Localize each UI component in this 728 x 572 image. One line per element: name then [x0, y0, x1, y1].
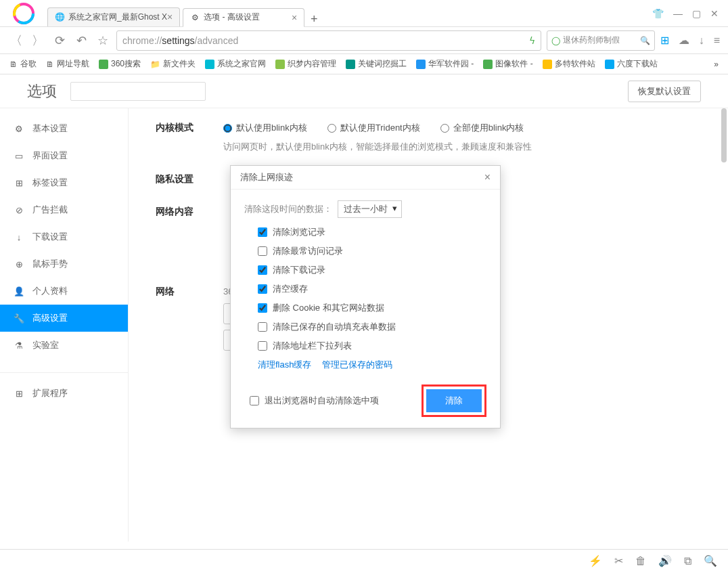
clear-option-3[interactable]: 清空缓存: [258, 283, 486, 295]
search-hint: 退休药剂师制假: [563, 35, 620, 46]
clear-option-0[interactable]: 清除浏览记录: [258, 226, 486, 238]
bookmark-item[interactable]: 多特软件站: [543, 58, 595, 70]
close-tab-icon[interactable]: ×: [292, 12, 297, 23]
user-icon: 👤: [14, 286, 24, 296]
bookmark-item[interactable]: 织梦内容管理: [275, 58, 336, 70]
sidebar-item-extensions[interactable]: ⊞扩展程序: [0, 380, 128, 407]
sidebar-item-basic[interactable]: ⚙基本设置: [0, 115, 128, 142]
bookmark-item[interactable]: 华军软件园 -: [416, 58, 474, 70]
window-icon: ▭: [14, 151, 24, 161]
zoom-icon[interactable]: 🔍: [704, 554, 717, 567]
site-icon: [346, 60, 355, 69]
minimize-icon[interactable]: —: [673, 8, 683, 19]
clear-option-label: 清除已保存的自动填充表单数据: [273, 321, 396, 333]
clear-button[interactable]: 清除: [426, 389, 482, 412]
gear-icon: ⚙: [14, 124, 24, 134]
tabs-icon: ⊞: [14, 178, 24, 188]
star-icon[interactable]: ☆: [95, 32, 111, 49]
section-kernel-title: 内核模式: [156, 122, 223, 153]
scissors-icon[interactable]: ✂: [614, 554, 623, 567]
close-window-icon[interactable]: ✕: [710, 8, 719, 19]
folder-icon: 📁: [150, 60, 160, 69]
menu-icon[interactable]: ≡: [714, 35, 720, 47]
sidebar-item-label: 实验室: [32, 339, 59, 351]
bookmark-item[interactable]: 🗎网址导航: [46, 58, 89, 70]
clear-option-label: 清除最常访问记录: [273, 245, 343, 257]
sidebar-item-label: 广告拦截: [32, 204, 68, 216]
trash-icon[interactable]: 🗑: [635, 555, 646, 567]
clear-browsing-dialog: 清除上网痕迹 × 清除这段时间的数据： 过去一小时 清除浏览记录清除最常访问记录…: [230, 165, 501, 428]
wardrobe-icon[interactable]: 👕: [652, 8, 664, 19]
maximize-icon[interactable]: ▢: [692, 8, 701, 19]
forward-button[interactable]: 〉: [30, 32, 46, 49]
clear-option-label: 删除 Cookie 和其它网站数据: [273, 302, 384, 314]
status-bar: ⚡ ✂ 🗑 🔊 ⧉ 🔍: [0, 549, 728, 572]
clear-on-exit-checkbox[interactable]: 退出浏览器时自动清除选中项: [250, 395, 379, 407]
clear-flash-link[interactable]: 清理flash缓存: [258, 359, 311, 370]
sidebar-item-adblock[interactable]: ⊘广告拦截: [0, 196, 128, 223]
browser-logo: [7, 1, 41, 26]
dialog-title: 清除上网痕迹: [240, 171, 293, 183]
sidebar-item-mouse[interactable]: ⊕鼠标手势: [0, 250, 128, 278]
sound-icon[interactable]: 🔊: [658, 554, 672, 567]
bookmarks-overflow[interactable]: »: [714, 60, 719, 69]
site-icon: [416, 60, 426, 69]
browser-tab-0[interactable]: 🌐 系统之家官网_最新Ghost X ×: [47, 7, 180, 26]
download-icon[interactable]: ↓: [699, 35, 704, 47]
scrollbar-thumb[interactable]: [721, 108, 727, 162]
restore-defaults-button[interactable]: 恢复默认设置: [628, 81, 701, 102]
search-box[interactable]: ◯ 退休药剂师制假 🔍: [547, 30, 655, 51]
sidebar-item-download[interactable]: ↓下载设置: [0, 223, 128, 250]
block-icon: ⊘: [14, 205, 24, 215]
bookmark-item[interactable]: 📁新文件夹: [150, 58, 196, 70]
dialog-close-icon[interactable]: ×: [484, 171, 491, 183]
url-path: /advanced: [195, 35, 239, 46]
bookmarks-bar: 🗎谷歌 🗎网址导航 360搜索 📁新文件夹 系统之家官网 织梦内容管理 关键词挖…: [0, 54, 728, 74]
settings-sidebar: ⚙基本设置 ▭界面设置 ⊞标签设置 ⊘广告拦截 ↓下载设置 ⊕鼠标手势 👤个人资…: [0, 108, 129, 542]
bookmark-item[interactable]: 🗎谷歌: [9, 58, 37, 70]
browser-tab-1[interactable]: ⚙ 选项 - 高级设置 ×: [183, 8, 304, 27]
new-tab-button[interactable]: +: [307, 12, 321, 26]
sidebar-item-label: 下载设置: [32, 231, 68, 243]
restore-icon[interactable]: ⧉: [684, 555, 691, 567]
section-webcontent-title: 网络内容: [156, 206, 223, 245]
section-privacy-title: 隐私设置: [156, 173, 223, 185]
clear-option-6[interactable]: 清除地址栏下拉列表: [258, 340, 486, 352]
bookmark-item[interactable]: 关键词挖掘工: [346, 58, 407, 70]
url-host: settings: [162, 35, 194, 46]
manage-passwords-link[interactable]: 管理已保存的密码: [322, 359, 392, 370]
download-icon: ↓: [14, 232, 24, 242]
time-range-select[interactable]: 过去一小时: [338, 200, 402, 218]
close-tab-icon[interactable]: ×: [167, 12, 173, 22]
back-button[interactable]: 〈: [8, 32, 24, 49]
sidebar-item-label: 高级设置: [32, 312, 68, 324]
kernel-radio-all-blink[interactable]: 全部使用blink内核: [440, 122, 524, 134]
clear-option-4[interactable]: 删除 Cookie 和其它网站数据: [258, 302, 486, 314]
clear-option-5[interactable]: 清除已保存的自动填充表单数据: [258, 321, 486, 333]
kernel-radio-trident[interactable]: 默认使用Trident内核: [327, 122, 420, 134]
sidebar-item-advanced[interactable]: 🔧高级设置: [0, 305, 128, 332]
settings-search-input[interactable]: [70, 82, 206, 101]
bookmark-item[interactable]: 图像软件 -: [483, 58, 532, 70]
sidebar-item-lab[interactable]: ⚗实验室: [0, 332, 128, 359]
lightning-icon[interactable]: ϟ: [529, 35, 535, 46]
bookmark-item[interactable]: 六度下载站: [605, 58, 658, 70]
site-icon: [543, 60, 552, 69]
undo-button[interactable]: ↶: [73, 32, 89, 49]
reload-button[interactable]: ⟳: [51, 32, 68, 49]
rocket-icon[interactable]: ⚡: [589, 554, 602, 567]
bookmark-item[interactable]: 360搜索: [99, 58, 141, 70]
search-icon[interactable]: 🔍: [640, 36, 650, 45]
cloud-icon[interactable]: ☁: [679, 34, 689, 47]
apps-icon[interactable]: ⊞: [660, 34, 669, 47]
section-network-title: 网络: [156, 286, 223, 351]
sidebar-item-profile[interactable]: 👤个人资料: [0, 278, 128, 305]
clear-option-2[interactable]: 清除下载记录: [258, 264, 486, 276]
sidebar-item-tabs[interactable]: ⊞标签设置: [0, 169, 128, 196]
bookmark-item[interactable]: 系统之家官网: [205, 58, 266, 70]
clear-option-1[interactable]: 清除最常访问记录: [258, 245, 486, 257]
tab-title: 系统之家官网_最新Ghost X: [68, 12, 167, 23]
kernel-radio-blink[interactable]: 默认使用blink内核: [223, 122, 307, 134]
address-bar[interactable]: chrome://settings/advanced ϟ: [116, 30, 541, 51]
sidebar-item-ui[interactable]: ▭界面设置: [0, 142, 128, 169]
